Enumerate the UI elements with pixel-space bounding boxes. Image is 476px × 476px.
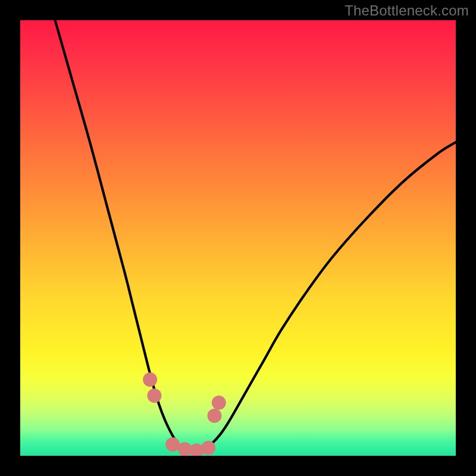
curve-group xyxy=(55,20,456,453)
series-left-curve xyxy=(55,20,195,453)
chart-svg xyxy=(20,20,456,456)
data-marker xyxy=(143,372,157,387)
plot-area xyxy=(20,20,456,456)
series-right-curve xyxy=(195,142,456,453)
data-marker xyxy=(212,396,226,410)
chart-frame: TheBottleneck.com xyxy=(0,0,476,476)
data-marker xyxy=(147,389,161,403)
marker-group xyxy=(143,372,226,456)
data-marker xyxy=(165,437,180,452)
data-marker xyxy=(201,441,215,455)
watermark-text: TheBottleneck.com xyxy=(345,2,469,19)
data-marker xyxy=(207,409,221,423)
